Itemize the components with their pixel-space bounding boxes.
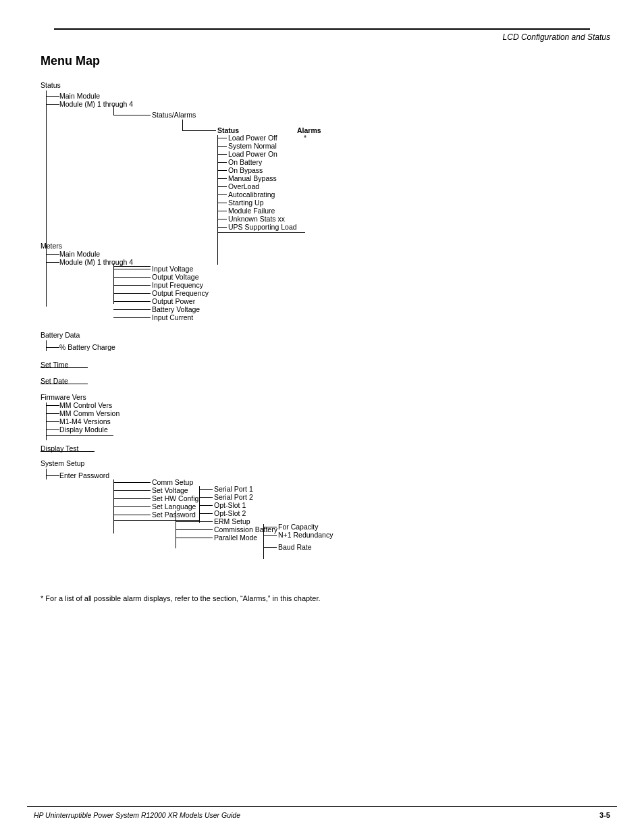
header-title: LCD Configuration and Status xyxy=(503,32,610,42)
h-dt xyxy=(41,451,95,452)
h-ep xyxy=(46,475,59,476)
h-cap xyxy=(263,527,277,527)
h-mb xyxy=(217,178,227,179)
system-normal-label: System Normal xyxy=(228,142,277,150)
h-bd xyxy=(46,347,59,348)
h-cb xyxy=(176,529,213,530)
module-failure-label: Module Failure xyxy=(228,207,275,215)
output-frequency-label: Output Frequency xyxy=(152,289,209,297)
h-main-module xyxy=(46,96,59,97)
h-us xyxy=(217,219,227,219)
h-sp2 xyxy=(199,497,213,498)
meters-label: Meters xyxy=(41,242,62,250)
h-meters xyxy=(113,266,151,267)
v-meters xyxy=(113,263,114,304)
h-usl xyxy=(217,227,227,228)
enter-password-label: Enter Password xyxy=(59,471,109,479)
load-power-on-label: Load Power On xyxy=(228,150,277,158)
v-module-m xyxy=(113,105,114,115)
footer-line xyxy=(27,806,617,807)
h-sa-right xyxy=(182,130,216,131)
h-cs xyxy=(113,482,151,483)
h-shwc xyxy=(113,498,151,499)
display-module-label: Display Module xyxy=(59,425,108,434)
h-sv xyxy=(113,490,151,491)
page-container: LCD Configuration and Status Menu Map St… xyxy=(0,0,644,834)
h-mmc xyxy=(46,405,59,406)
h-of xyxy=(113,293,151,294)
m1-m4-label: M1-M4 Versions xyxy=(59,417,111,425)
set-language-label: Set Language xyxy=(152,502,196,511)
main-module-label: Main Module xyxy=(59,92,100,100)
footer-right: 3-5 xyxy=(599,811,610,819)
set-voltage-label: Set Voltage xyxy=(152,486,188,494)
h-m14 xyxy=(46,421,59,422)
h-n1r xyxy=(263,535,277,536)
manual-bypass-label: Manual Bypass xyxy=(228,174,277,182)
h-sp1 xyxy=(199,489,213,490)
unknown-stats-label: Unknown Stats xx xyxy=(228,215,285,223)
for-capacity-label: For Capacity xyxy=(278,523,319,531)
v-sa xyxy=(182,120,183,130)
h-dm xyxy=(46,429,59,430)
h-baud xyxy=(263,547,277,548)
set-hw-config-label: Set HW Config xyxy=(152,494,198,502)
h-su xyxy=(217,203,227,203)
v-ss xyxy=(46,469,47,479)
h-mmcv xyxy=(46,413,59,414)
on-battery-label: On Battery xyxy=(228,158,262,166)
h-obp xyxy=(217,170,227,171)
erm-setup-label: ERM Setup xyxy=(214,517,250,525)
load-power-off-label: Load Power Off xyxy=(228,134,277,142)
h-ov xyxy=(113,277,151,278)
meters-vline xyxy=(46,251,47,305)
h-pm xyxy=(176,538,213,538)
h-status-alarms xyxy=(113,115,151,115)
h-lpon xyxy=(217,154,227,155)
h-module-m xyxy=(46,104,59,105)
overload-label: OverLoad xyxy=(228,182,259,190)
h-if xyxy=(113,285,151,286)
parallel-mode-label: Parallel Mode xyxy=(214,533,257,542)
battery-charge-label: % Battery Charge xyxy=(59,343,115,351)
input-frequency-label: Input Frequency xyxy=(152,281,203,289)
module-m-label: Module (M) 1 through 4 xyxy=(59,100,133,108)
output-power-label: Output Power xyxy=(152,297,195,305)
h-ac xyxy=(217,194,227,195)
h-set-date xyxy=(41,384,88,384)
comm-setup-label: Comm Setup xyxy=(152,478,193,486)
system-setup-label: System Setup xyxy=(41,459,84,467)
opt-slot2-label: Opt-Slot 2 xyxy=(214,509,246,517)
status-alarms-label: Status/Alarms xyxy=(152,111,196,119)
h-bv xyxy=(113,309,151,310)
h-bottom-status xyxy=(217,232,305,233)
main-module2-label: Main Module xyxy=(59,250,100,258)
h-sn xyxy=(217,146,227,147)
h-mm2 xyxy=(46,254,59,255)
diagram-container: Status Main Module Module (M) 1 through … xyxy=(41,81,603,581)
header-line xyxy=(54,28,590,30)
alarms-star-label: * xyxy=(304,134,306,142)
battery-data-label: Battery Data xyxy=(41,331,80,339)
footnote: * For a list of all possible alarm displ… xyxy=(41,594,321,602)
firmware-vers-label: Firmware Vers xyxy=(41,393,86,401)
h-ob xyxy=(217,162,227,163)
module-m2-label: Module (M) 1 through 4 xyxy=(59,258,133,266)
ups-supporting-label: UPS Supporting Load xyxy=(228,223,297,231)
h-mf xyxy=(217,211,227,211)
h-erm xyxy=(176,521,213,522)
h-op xyxy=(113,301,151,302)
h-ic xyxy=(113,317,151,318)
h-ol xyxy=(217,186,227,187)
on-bypass-label: On Bypass xyxy=(228,166,263,174)
h-ss-end xyxy=(113,520,199,521)
output-voltage-label: Output Voltage xyxy=(152,273,198,281)
baud-rate-label: Baud Rate xyxy=(278,543,312,551)
alarms-col-label: Alarms xyxy=(297,126,321,134)
v-bd xyxy=(46,340,47,351)
serial-port2-label: Serial Port 2 xyxy=(214,493,253,501)
diagram: Status Main Module Module (M) 1 through … xyxy=(41,81,621,581)
mm-control-label: MM Control Vers xyxy=(59,401,112,409)
battery-voltage-label: Battery Voltage xyxy=(152,305,200,313)
input-current-label: Input Current xyxy=(152,313,193,321)
